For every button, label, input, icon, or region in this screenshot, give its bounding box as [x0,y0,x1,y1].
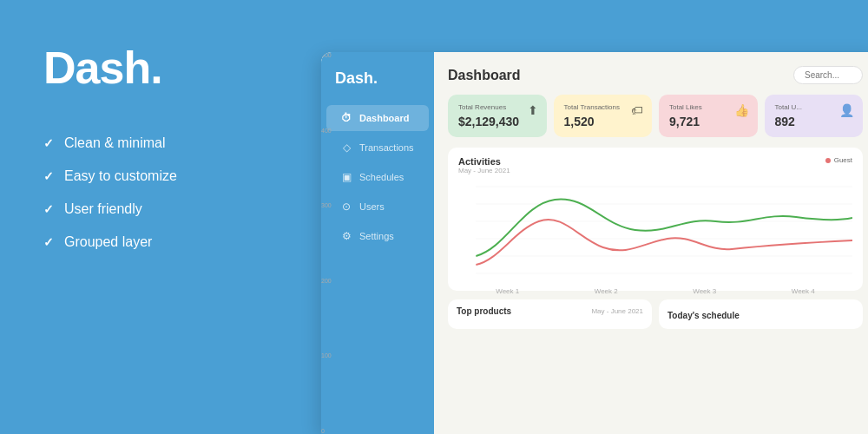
nav-item-dashboard[interactable]: ⏱ Dashboard [326,105,429,131]
stats-row: Total Revenues $2,129,430 ⬆ Total Transa… [448,95,863,137]
legend-dot-guest [825,158,831,163]
chart-svg [458,178,852,282]
legend-label-guest: Guest [834,156,852,164]
bottom-card-products: Top products May - June 2021 [448,299,652,329]
products-subtitle: May - June 2021 [591,307,643,315]
search-input[interactable] [793,66,863,84]
chart-red-line [476,220,852,265]
dashboard-window: Dash. ⏱ Dashboard ◇ Transactions ▣ Sched… [321,52,868,434]
feature-item-customize: ✓ Easy to customize [43,168,278,184]
chart-title: Activities [458,156,510,167]
feature-label-customize: Easy to customize [64,168,177,184]
right-panel: Dash. ⏱ Dashboard ◇ Transactions ▣ Sched… [321,0,868,434]
chart-svg-container: Week 1 Week 2 Week 3 Week 4 [458,178,852,282]
chart-subtitle: May - June 2021 [458,167,510,174]
stat-card-users: Total U... 892 👤 [765,95,864,137]
stat-value-transactions: 1,520 [564,115,642,128]
feature-item-clean: ✓ Clean & minimal [43,135,278,151]
chart-x-labels: Week 1 Week 2 Week 3 Week 4 [458,287,852,295]
bottom-card-schedule: Today's schedule [659,299,863,329]
nav-item-users[interactable]: ⊙ Users [326,194,429,220]
chart-legend: Guest [825,156,852,164]
left-panel: Dash. ✓ Clean & minimal ✓ Easy to custom… [0,0,321,434]
nav-item-transactions[interactable]: ◇ Transactions [326,135,429,161]
feature-label-clean: Clean & minimal [64,135,165,151]
check-icon-4: ✓ [43,235,54,249]
users-count-icon: 👤 [839,103,854,117]
brand-title: Dash. [43,42,278,94]
x-label-week4: Week 4 [792,287,815,295]
nav-label-users: Users [359,201,385,212]
check-icon: ✓ [43,136,54,150]
dashboard-icon: ⏱ [340,112,352,124]
likes-icon: 👍 [734,103,749,117]
stat-card-transactions: Total Transactions 1,520 🏷 [554,95,653,137]
nav-label-schedules: Schedules [359,172,404,182]
users-icon: ⊙ [340,201,352,213]
nav-label-transactions: Transactions [359,142,414,153]
stat-card-revenues: Total Revenues $2,129,430 ⬆ [448,95,547,137]
features-list: ✓ Clean & minimal ✓ Easy to customize ✓ … [43,135,278,250]
check-icon-2: ✓ [43,169,54,183]
feature-item-friendly: ✓ User friendly [43,201,278,217]
chart-section: Activities May - June 2021 Guest 500 400… [448,148,863,291]
revenues-icon: ⬆ [528,103,538,117]
bottom-row: Top products May - June 2021 Today's sch… [448,299,863,329]
nav-label-settings: Settings [359,231,394,241]
transactions-tag-icon: 🏷 [631,103,643,117]
nav-item-settings[interactable]: ⚙ Settings [326,223,429,249]
x-label-week1: Week 1 [496,287,519,295]
schedules-icon: ▣ [340,171,352,183]
bottom-card-products-header: Top products May - June 2021 [457,306,643,316]
stat-card-likes: Total Likes 9,721 👍 [659,95,758,137]
feature-item-grouped: ✓ Grouped layer [43,234,278,250]
feature-label-friendly: User friendly [64,201,142,217]
schedule-title: Today's schedule [667,311,740,320]
dashboard-header: Dashboard [448,66,863,84]
transactions-icon: ◇ [340,141,352,154]
x-label-week3: Week 3 [693,287,716,295]
settings-icon: ⚙ [340,230,352,242]
products-title: Top products [457,306,511,316]
chart-title-group: Activities May - June 2021 [458,156,510,174]
chart-header: Activities May - June 2021 Guest [458,156,852,174]
chart-container: 500 400 300 200 100 0 [458,178,852,282]
stat-value-revenues: $2,129,430 [458,115,536,128]
x-label-week2: Week 2 [595,287,618,295]
nav-label-dashboard: Dashboard [359,113,409,123]
check-icon-3: ✓ [43,202,54,216]
chart-green-line [476,200,852,256]
feature-label-grouped: Grouped layer [64,234,152,250]
nav-item-schedules[interactable]: ▣ Schedules [326,164,429,190]
dashboard-title: Dashboard [448,68,521,83]
stat-label-transactions: Total Transactions [564,103,642,111]
dashboard-main: Dashboard Total Revenues $2,129,430 ⬆ To… [434,52,868,434]
stat-label-revenues: Total Revenues [458,103,536,111]
